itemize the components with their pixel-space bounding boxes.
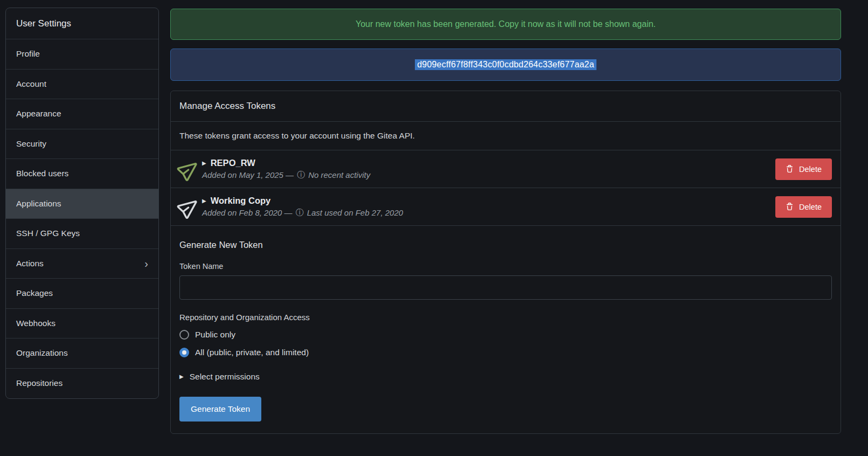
token-meta: Added on Feb 8, 2020 — ⓘ Last used on Fe… xyxy=(202,208,775,218)
sidebar-item-label: SSH / GPG Keys xyxy=(16,229,80,238)
sidebar-item-label: Profile xyxy=(16,49,40,59)
sidebar-item-repositories[interactable]: Repositories xyxy=(6,369,158,399)
sidebar-item-label: Security xyxy=(16,139,46,149)
radio-option-label: All (public, private, and limited) xyxy=(195,348,309,357)
token-name: Working Copy xyxy=(211,196,271,206)
panel-title: Manage Access Tokens xyxy=(171,91,841,122)
delete-token-button[interactable]: Delete xyxy=(775,196,832,218)
radio-unchecked-icon[interactable] xyxy=(179,330,189,340)
token-row: ▶ Working Copy Added on Feb 8, 2020 — ⓘ … xyxy=(171,188,841,226)
sidebar-item-account[interactable]: Account xyxy=(6,70,158,100)
radio-checked-icon[interactable] xyxy=(179,348,189,357)
sidebar-item-label: Applications xyxy=(16,199,61,209)
generate-section-title: Generate New Token xyxy=(171,226,841,250)
chevron-right-icon: › xyxy=(144,258,148,269)
paper-airplane-icon xyxy=(179,160,202,179)
token-name-input[interactable] xyxy=(179,275,832,300)
delete-button-label: Delete xyxy=(799,165,822,174)
token-added-text: Added on Feb 8, 2020 — xyxy=(202,208,293,217)
sidebar-title: User Settings xyxy=(6,8,158,39)
token-expand-toggle[interactable]: ▶ REPO_RW xyxy=(202,158,775,168)
token-info: ▶ REPO_RW Added on May 1, 2025 — ⓘ No re… xyxy=(202,158,775,180)
select-permissions-label: Select permissions xyxy=(190,372,260,382)
delete-token-button[interactable]: Delete xyxy=(775,158,832,180)
sidebar-item-label: Account xyxy=(16,79,46,89)
sidebar-item-security[interactable]: Security xyxy=(6,129,158,160)
settings-page: User Settings Profile Account Appearance… xyxy=(0,0,868,444)
sidebar-item-blocked-users[interactable]: Blocked users xyxy=(6,159,158,189)
paper-airplane-icon xyxy=(179,197,202,217)
radio-option-label: Public only xyxy=(195,330,235,340)
sidebar-item-actions[interactable]: Actions › xyxy=(6,249,158,279)
delete-button-label: Delete xyxy=(799,203,822,211)
new-token-value[interactable]: d909ecff67f8ff343c0f0cdbd264c33ef677aa2a xyxy=(415,59,596,70)
trash-icon xyxy=(786,203,794,211)
info-icon: ⓘ xyxy=(296,208,304,218)
generate-token-form: Token Name Repository and Organization A… xyxy=(171,262,841,433)
generate-token-button[interactable]: Generate Token xyxy=(179,397,261,422)
sidebar-item-label: Organizations xyxy=(16,348,68,358)
access-scope-label: Repository and Organization Access xyxy=(179,313,832,322)
select-permissions-toggle[interactable]: ▶ Select permissions xyxy=(179,372,832,382)
sidebar-item-label: Actions xyxy=(16,259,44,268)
token-name: REPO_RW xyxy=(211,158,255,168)
token-name-label: Token Name xyxy=(179,262,832,271)
radio-option-public-only[interactable]: Public only xyxy=(179,330,832,340)
sidebar-item-label: Packages xyxy=(16,288,53,298)
sidebar-item-packages[interactable]: Packages xyxy=(6,279,158,309)
flash-text: Your new token has been generated. Copy … xyxy=(356,19,656,29)
info-icon: ⓘ xyxy=(297,170,305,180)
main-content: Your new token has been generated. Copy … xyxy=(170,8,841,444)
token-activity-text: Last used on Feb 27, 2020 xyxy=(307,208,403,217)
sidebar-item-label: Appearance xyxy=(16,109,61,119)
expand-icon: ▶ xyxy=(202,161,206,166)
sidebar-item-label: Repositories xyxy=(16,378,63,388)
trash-icon xyxy=(786,165,794,173)
sidebar-item-label: Webhooks xyxy=(16,319,55,328)
radio-option-all[interactable]: All (public, private, and limited) xyxy=(179,348,832,357)
token-added-text: Added on May 1, 2025 — xyxy=(202,170,294,179)
sidebar-item-organizations[interactable]: Organizations xyxy=(6,338,158,369)
expand-icon: ▶ xyxy=(179,374,184,379)
success-flash-message: Your new token has been generated. Copy … xyxy=(170,9,841,40)
sidebar-item-applications[interactable]: Applications xyxy=(6,189,158,219)
sidebar-item-profile[interactable]: Profile xyxy=(6,39,158,70)
token-expand-toggle[interactable]: ▶ Working Copy xyxy=(202,196,775,206)
token-activity-text: No recent activity xyxy=(308,170,370,179)
token-row: ▶ REPO_RW Added on May 1, 2025 — ⓘ No re… xyxy=(171,150,841,188)
settings-sidebar: User Settings Profile Account Appearance… xyxy=(5,8,159,399)
sidebar-item-webhooks[interactable]: Webhooks xyxy=(6,309,158,339)
panel-description: These tokens grant access to your accoun… xyxy=(171,122,841,150)
expand-icon: ▶ xyxy=(202,198,206,204)
token-meta: Added on May 1, 2025 — ⓘ No recent activ… xyxy=(202,170,775,180)
sidebar-item-appearance[interactable]: Appearance xyxy=(6,99,158,129)
new-token-display-box: d909ecff67f8ff343c0f0cdbd264c33ef677aa2a xyxy=(170,49,841,81)
token-info: ▶ Working Copy Added on Feb 8, 2020 — ⓘ … xyxy=(202,196,775,218)
manage-tokens-panel: Manage Access Tokens These tokens grant … xyxy=(170,91,841,434)
sidebar-item-label: Blocked users xyxy=(16,169,68,178)
sidebar-item-ssh-gpg-keys[interactable]: SSH / GPG Keys xyxy=(6,219,158,249)
